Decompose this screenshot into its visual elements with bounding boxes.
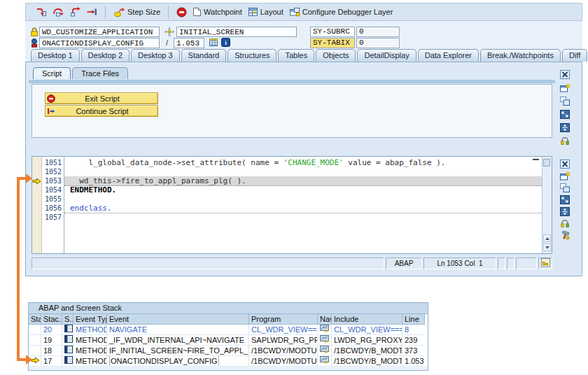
toolbar-button-step-continue[interactable] xyxy=(83,6,100,17)
toolbar-button-watchpoint[interactable]: Watchpoint xyxy=(190,6,245,17)
event-cell[interactable]: NAVIGATE xyxy=(107,325,249,335)
nav-cell[interactable] xyxy=(318,325,332,335)
stack-type-icon-cell xyxy=(62,325,74,335)
gutter-cell[interactable] xyxy=(32,167,42,176)
maximize-icon[interactable] xyxy=(559,194,570,205)
code-text[interactable]: ENDMETHOD. xyxy=(64,185,542,194)
tab-desktop-3[interactable]: Desktop 3 xyxy=(131,49,180,62)
toolbar-button-layout[interactable]: Layout xyxy=(245,6,286,17)
code-text[interactable]: endclass. xyxy=(64,204,542,213)
scroll-down-button[interactable] xyxy=(543,243,551,251)
sub-tab-script[interactable]: Script xyxy=(33,67,71,79)
nav-cell[interactable] xyxy=(318,356,332,367)
scrollbar-thumb[interactable] xyxy=(543,159,550,167)
editor-line[interactable]: 1052 xyxy=(32,167,542,176)
status-corner-cell[interactable] xyxy=(538,257,552,269)
code-text[interactable] xyxy=(64,194,542,204)
sub-tab-trace-files[interactable]: Trace Files xyxy=(72,67,128,79)
toolbar-button-step-return[interactable] xyxy=(66,6,83,17)
program-cell: /1BCWDY/MODTUQ206.. xyxy=(249,356,318,367)
editor-line[interactable]: 1053 wd_this->fire_to_appl_params_plg( )… xyxy=(32,176,542,185)
code-text[interactable]: l_global_data_node->set_attribute( name … xyxy=(64,158,542,167)
column-header-nav-[interactable]: Nav... xyxy=(318,314,332,325)
column-header-program[interactable]: Program xyxy=(249,314,318,325)
application-field[interactable] xyxy=(39,27,160,37)
code-text[interactable]: wd_this->fire_to_appl_params_plg( ). xyxy=(64,176,542,186)
gutter-cell[interactable] xyxy=(32,158,42,167)
column-header-event[interactable]: Event xyxy=(107,314,249,325)
stack-row[interactable]: 19METHOD_IF_WDR_INTERNAL_API~NAVIGATESAP… xyxy=(29,335,428,346)
scroll-up-button[interactable] xyxy=(543,234,551,242)
toolbar-button-breakpoint[interactable] xyxy=(174,6,190,18)
resize-vertical-icon[interactable] xyxy=(559,206,570,217)
tab-detaildisplay[interactable]: DetailDisplay xyxy=(357,49,416,62)
close-icon[interactable] xyxy=(559,159,570,169)
stack-row[interactable]: 20METHODNAVIGATECL_WDR_VIEW=======..CL_W… xyxy=(29,325,428,335)
tab-desktop-2[interactable]: Desktop 2 xyxy=(81,49,130,62)
gutter-cell[interactable] xyxy=(32,213,42,222)
close-icon[interactable] xyxy=(559,69,570,80)
tab-break-watchpoints[interactable]: Break./Watchpoints xyxy=(480,49,561,62)
gutter-cell[interactable] xyxy=(32,204,42,213)
nav-screen-icon[interactable] xyxy=(320,325,329,334)
column-header-line[interactable]: Line xyxy=(402,314,425,325)
tab-tables[interactable]: Tables xyxy=(278,49,314,62)
column-header-include[interactable]: Include xyxy=(332,314,402,325)
screen-field[interactable] xyxy=(176,27,297,37)
editor-line[interactable]: 1054ENDMETHOD. xyxy=(32,185,542,194)
resize-vertical-icon[interactable] xyxy=(559,122,570,133)
nav-screen-icon[interactable] xyxy=(320,346,329,355)
gutter-cell[interactable] xyxy=(32,185,42,194)
editor-scrollbar[interactable] xyxy=(542,157,552,253)
gutter-cell[interactable] xyxy=(32,194,42,204)
tab-data-explorer[interactable]: Data Explorer xyxy=(418,49,479,62)
nav-screen-icon[interactable] xyxy=(320,356,329,366)
nav-cell[interactable] xyxy=(318,335,332,346)
nav-cell[interactable] xyxy=(318,346,332,356)
tab-structures[interactable]: Structures xyxy=(227,49,276,62)
editor-line[interactable]: 1051 l_global_data_node->set_attribute( … xyxy=(32,158,542,167)
nav-screen-icon[interactable] xyxy=(320,335,329,345)
tab-standard[interactable]: Standard xyxy=(181,49,227,62)
editor-line[interactable]: 1056endclass. xyxy=(32,204,542,213)
toolbar-button-step-over[interactable] xyxy=(50,6,66,17)
headset-icon[interactable] xyxy=(559,136,570,146)
exit-script-button[interactable]: Exit Script xyxy=(45,92,158,104)
collapse-handle[interactable] xyxy=(533,159,539,160)
code-text[interactable] xyxy=(64,213,542,222)
tab-diff[interactable]: Diff xyxy=(562,49,587,62)
event-cell[interactable]: IF_INITIAL_SCREEN~FIRE_TO_APPL_.. xyxy=(107,346,249,356)
event-cell[interactable]: _IF_WDR_INTERNAL_API~NAVIGATE xyxy=(107,335,249,346)
code-text[interactable] xyxy=(64,167,542,176)
column-header-stac-[interactable]: Stac... xyxy=(41,314,62,325)
info-icon[interactable]: i xyxy=(221,38,232,48)
gutter-cell[interactable] xyxy=(32,176,42,186)
tab-objects[interactable]: Objects xyxy=(316,49,356,62)
event-field[interactable] xyxy=(39,38,160,48)
headset-icon[interactable] xyxy=(559,218,570,229)
toolbar-button-configure-debugger-layer[interactable]: Configure Debugger Layer xyxy=(286,6,396,17)
swap-windows-icon[interactable] xyxy=(559,96,570,106)
column-header-s-[interactable]: S... xyxy=(62,314,74,325)
tools-icon[interactable] xyxy=(559,230,570,241)
tab-desktop-1[interactable]: Desktop 1 xyxy=(31,49,80,62)
swap-windows-icon[interactable] xyxy=(559,183,570,193)
maximize-icon[interactable] xyxy=(559,109,570,120)
editor-line[interactable]: 1057 xyxy=(32,213,542,222)
new-window-icon[interactable] xyxy=(559,171,570,181)
column-header-event-type[interactable]: Event Type xyxy=(74,314,107,325)
new-window-icon[interactable] xyxy=(559,83,570,93)
editor-line[interactable]: 1055 xyxy=(32,194,542,204)
table-grid-icon[interactable] xyxy=(209,38,219,48)
column-header-sta-[interactable]: Sta... xyxy=(29,314,41,325)
toolbar-button-step-size[interactable]: Step Size xyxy=(111,6,163,18)
stack-row[interactable]: 17METHODONACTIONDISPLAY_CONFIG/1BCWDY/MO… xyxy=(29,356,428,367)
event-cell[interactable]: ONACTIONDISPLAY_CONFIG xyxy=(107,356,249,367)
status-cell-mid xyxy=(516,257,537,269)
abap-screen-stack-table: ABAP and Screen Stack Sta...Stac...S...E… xyxy=(28,302,428,371)
continue-script-button[interactable]: Continue Script xyxy=(45,105,158,117)
stack-row[interactable]: 18METHODIF_INITIAL_SCREEN~FIRE_TO_APPL_.… xyxy=(29,346,428,356)
toolbar-button-step-into[interactable] xyxy=(33,6,50,17)
line-number-field[interactable] xyxy=(174,38,204,48)
navigate-icon[interactable] xyxy=(164,27,174,37)
